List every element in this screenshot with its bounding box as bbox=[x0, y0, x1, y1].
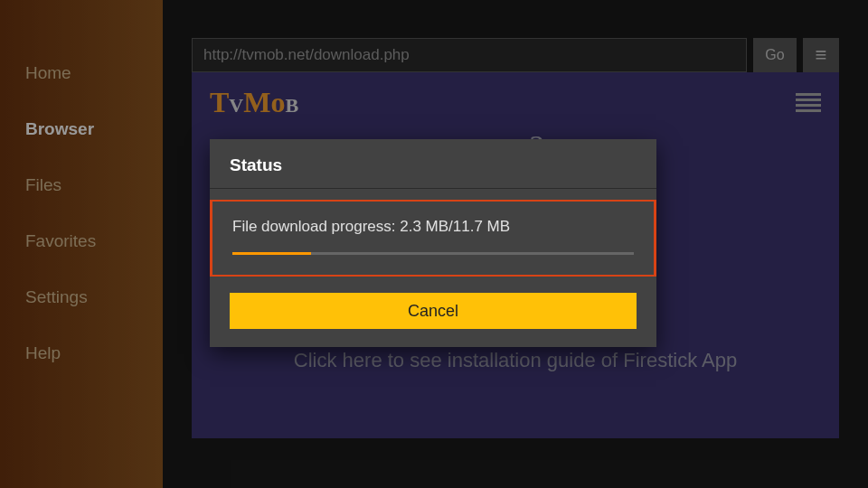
progress-fill bbox=[232, 252, 311, 255]
progress-section: File download progress: 2.3 MB/11.7 MB bbox=[210, 200, 656, 277]
progress-bar bbox=[232, 252, 634, 255]
status-dialog: Status File download progress: 2.3 MB/11… bbox=[210, 139, 656, 347]
dialog-title: Status bbox=[210, 139, 656, 188]
progress-label: File download progress: 2.3 MB/11.7 MB bbox=[232, 218, 634, 236]
cancel-button[interactable]: Cancel bbox=[230, 293, 637, 329]
divider bbox=[210, 188, 656, 189]
